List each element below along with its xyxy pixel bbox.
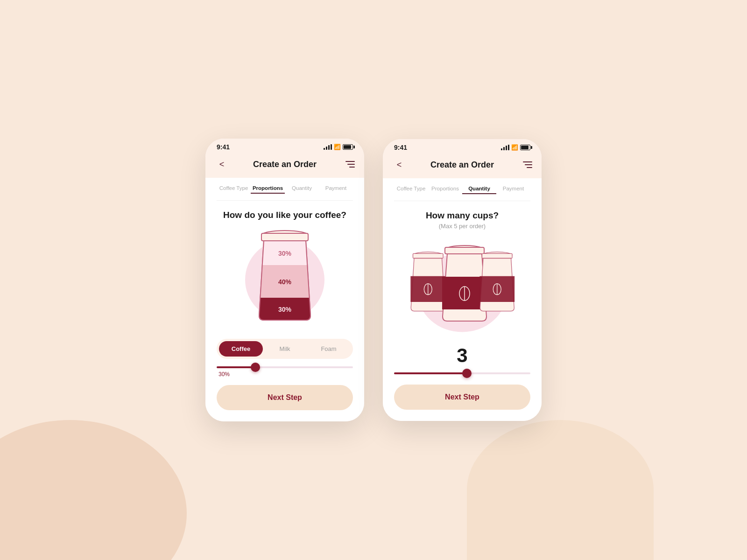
status-icons-1: 📶	[324, 144, 353, 150]
steps-nav-1: Coffee Type Proportions Quantity Payment	[217, 178, 353, 201]
steps-nav-2: Coffee Type Proportions Quantity Payment	[394, 178, 530, 201]
step-payment-2[interactable]: Payment	[496, 186, 530, 194]
back-button-1[interactable]: <	[215, 157, 229, 171]
battery-icon-1	[343, 144, 353, 150]
page-title-1: How do you like your coffee?	[217, 210, 353, 220]
toggle-group-1: Coffee Milk Foam	[217, 339, 353, 359]
slider-fill-2	[394, 372, 469, 374]
step-quantity-2[interactable]: Quantity	[462, 186, 496, 194]
wifi-icon-1: 📶	[334, 144, 341, 150]
content-1: Coffee Type Proportions Quantity Payment…	[205, 178, 364, 421]
svg-rect-1	[261, 233, 308, 241]
step-proportions-1[interactable]: Proportions	[251, 185, 285, 194]
nav-bar-2: < Create an Order	[383, 154, 542, 178]
status-icons-2: 📶	[501, 144, 530, 151]
signal-icon-1	[324, 144, 332, 150]
svg-rect-9	[413, 253, 443, 258]
wifi-icon-2: 📶	[511, 144, 518, 151]
battery-icon-2	[520, 145, 530, 150]
svg-rect-14	[445, 247, 484, 254]
back-button-2[interactable]: <	[392, 158, 406, 172]
slider-1[interactable]	[217, 366, 353, 368]
svg-text:30%: 30%	[278, 306, 292, 313]
page-subtitle-2: (Max 5 per order)	[394, 223, 530, 230]
toggle-milk[interactable]: Milk	[263, 341, 307, 357]
slider-value-1: 30%	[217, 371, 353, 378]
cups-svg-2	[402, 237, 523, 335]
nav-bar-1: < Create an Order	[205, 154, 364, 178]
svg-text:30%: 30%	[278, 250, 292, 257]
status-bar-1: 9:41 📶	[205, 139, 364, 154]
status-bar-2: 9:41 📶	[383, 139, 542, 154]
quantity-count: 3	[394, 344, 530, 367]
status-time-2: 9:41	[394, 144, 407, 151]
menu-button-1[interactable]	[341, 161, 355, 168]
content-2: Coffee Type Proportions Quantity Payment…	[383, 178, 542, 421]
status-time-1: 9:41	[217, 143, 230, 151]
page-title-2: How many cups?	[394, 210, 530, 221]
step-coffee-type-1[interactable]: Coffee Type	[217, 185, 251, 194]
next-step-button-1[interactable]: Next Step	[217, 385, 353, 410]
toggle-foam[interactable]: Foam	[307, 341, 351, 357]
phone-2: 9:41 📶 < Create an Order Coffee Type Pro…	[383, 139, 542, 421]
nav-title-1: Create an Order	[253, 160, 317, 169]
cup-illustration-1: 30% 40% 30%	[217, 222, 353, 329]
cup-svg-1: 30% 40% 30%	[252, 222, 317, 329]
nav-title-2: Create an Order	[430, 160, 494, 170]
step-quantity-1[interactable]: Quantity	[285, 185, 319, 194]
next-step-button-2[interactable]: Next Step	[394, 385, 530, 410]
step-proportions-2[interactable]: Proportions	[428, 186, 462, 194]
svg-rect-19	[482, 253, 512, 258]
menu-button-2[interactable]	[518, 161, 532, 168]
slider-thumb-1[interactable]	[251, 363, 260, 372]
toggle-coffee[interactable]: Coffee	[219, 341, 263, 357]
slider-thumb-2[interactable]	[462, 369, 472, 378]
slider-track-2	[394, 372, 530, 374]
step-payment-1[interactable]: Payment	[319, 185, 353, 194]
slider-track-1	[217, 366, 353, 368]
signal-icon-2	[501, 145, 509, 150]
cups-illustration-2	[394, 237, 530, 340]
phone-1: 9:41 📶 < Create an Order Coffee Type Pro…	[205, 139, 364, 421]
svg-text:40%: 40%	[278, 278, 292, 286]
slider-2[interactable]	[394, 372, 530, 374]
step-coffee-type-2[interactable]: Coffee Type	[394, 186, 428, 194]
